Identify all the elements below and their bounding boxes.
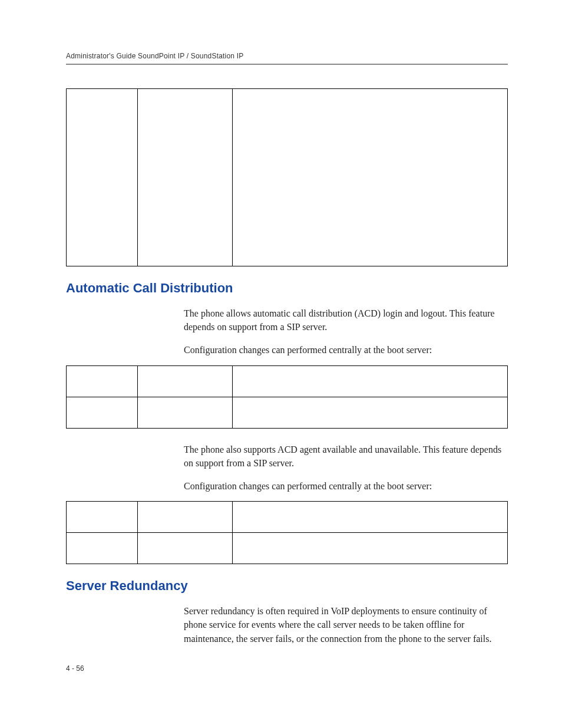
table-cell bbox=[233, 502, 508, 533]
body-paragraph: Server redundancy is often required in V… bbox=[184, 604, 508, 645]
body-paragraph: The phone also supports ACD agent availa… bbox=[184, 443, 508, 470]
table-cell bbox=[138, 89, 233, 266]
table-cell bbox=[67, 533, 138, 564]
table-cell bbox=[233, 365, 508, 397]
running-header: Administrator's Guide SoundPoint IP / So… bbox=[66, 52, 508, 60]
body-paragraph: The phone allows automatic call distribu… bbox=[184, 307, 508, 334]
table-cell bbox=[138, 502, 233, 533]
body-paragraph: Configuration changes can performed cent… bbox=[184, 479, 508, 493]
table-cell bbox=[233, 89, 508, 266]
section-heading-acd: Automatic Call Distribution bbox=[66, 281, 508, 296]
table-cell bbox=[138, 365, 233, 397]
body-paragraph: Configuration changes can performed cent… bbox=[184, 343, 508, 357]
section-heading-server-redundancy: Server Redundancy bbox=[66, 578, 508, 594]
table-cell bbox=[67, 365, 138, 397]
table-cell bbox=[138, 533, 233, 564]
table-cell bbox=[233, 533, 508, 564]
header-divider bbox=[66, 64, 508, 65]
table-cell bbox=[233, 397, 508, 428]
table-cell bbox=[67, 89, 138, 266]
table-cell bbox=[138, 397, 233, 428]
table-cell bbox=[67, 502, 138, 533]
config-table-acd-1 bbox=[66, 365, 508, 429]
config-table-top bbox=[66, 88, 508, 266]
page-number: 4 - 56 bbox=[66, 664, 84, 673]
document-page: Administrator's Guide SoundPoint IP / So… bbox=[0, 0, 562, 728]
table-cell bbox=[67, 397, 138, 428]
config-table-acd-2 bbox=[66, 501, 508, 564]
